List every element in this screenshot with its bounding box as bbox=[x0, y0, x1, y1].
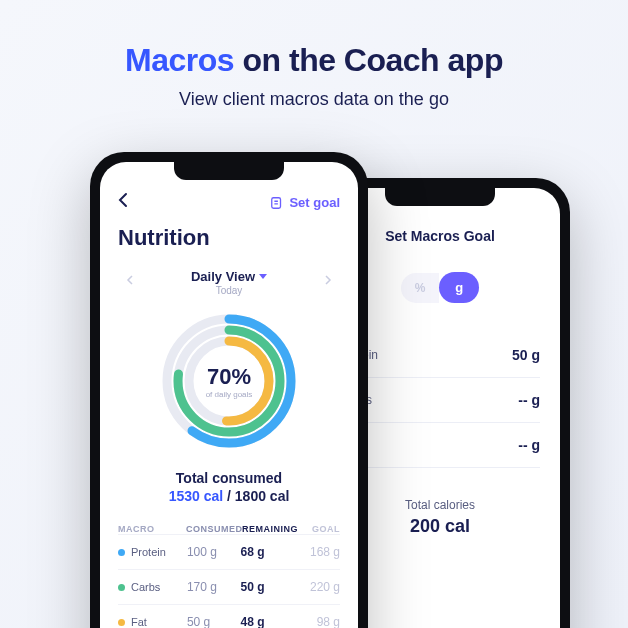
macro-name: Carbs bbox=[131, 581, 160, 593]
cell-consumed: 50 g bbox=[187, 615, 241, 628]
table-row: Carbs 170 g 50 g 220 g bbox=[118, 569, 340, 604]
total-goal-value: 1800 cal bbox=[235, 488, 290, 504]
goal-value: -- g bbox=[518, 392, 540, 408]
cell-remaining: 68 g bbox=[240, 545, 299, 559]
cell-consumed: 100 g bbox=[187, 545, 241, 559]
dot-icon bbox=[118, 549, 125, 556]
goal-row-protein[interactable]: Protein 50 g bbox=[340, 333, 540, 378]
col-remaining: REMAINING bbox=[242, 524, 300, 534]
donut-percent: 70% bbox=[206, 364, 253, 390]
notch bbox=[385, 188, 495, 206]
cell-goal: 220 g bbox=[300, 580, 340, 594]
col-goal: GOAL bbox=[300, 524, 340, 534]
macro-name: Protein bbox=[131, 546, 166, 558]
cell-goal: 168 g bbox=[300, 545, 340, 559]
page-title: Nutrition bbox=[118, 225, 340, 251]
set-goal-button[interactable]: Set goal bbox=[270, 195, 340, 210]
hero: Macros on the Coach app View client macr… bbox=[0, 0, 628, 110]
col-macro: MACRO bbox=[118, 524, 186, 534]
dot-icon bbox=[118, 584, 125, 591]
dot-icon bbox=[118, 619, 125, 626]
triangle-down-icon bbox=[259, 274, 267, 279]
next-arrow[interactable] bbox=[316, 274, 340, 289]
total-consumed-value: 1530 cal bbox=[169, 488, 224, 504]
svg-rect-0 bbox=[272, 197, 281, 208]
notch bbox=[174, 162, 284, 180]
hero-subtitle: View client macros data on the go bbox=[0, 89, 628, 110]
total-sep: / bbox=[223, 488, 235, 504]
table-header: MACRO CONSUMED REMAINING GOAL bbox=[118, 524, 340, 534]
goal-total-value: 200 cal bbox=[340, 516, 540, 537]
set-macros-title: Set Macros Goal bbox=[340, 228, 540, 244]
total-label: Total consumed bbox=[118, 470, 340, 486]
toggle-grams[interactable]: g bbox=[439, 272, 479, 303]
goal-total-label: Total calories bbox=[340, 498, 540, 512]
set-goal-label: Set goal bbox=[289, 195, 340, 210]
goal-total: Total calories 200 cal bbox=[340, 498, 540, 537]
prev-arrow[interactable] bbox=[118, 274, 142, 289]
note-icon bbox=[270, 196, 284, 210]
goal-row-fat[interactable]: Fat -- g bbox=[340, 423, 540, 468]
donut-chart: 70% of daily goals bbox=[118, 306, 340, 456]
cell-remaining: 48 g bbox=[240, 615, 299, 628]
toggle-percent[interactable]: % bbox=[401, 273, 440, 303]
view-center[interactable]: Daily View Today bbox=[191, 267, 267, 296]
phone-front-screen: Set goal Nutrition Daily View Today bbox=[100, 162, 358, 628]
chevron-left-icon bbox=[126, 274, 134, 286]
donut-label: of daily goals bbox=[206, 390, 253, 399]
macro-name: Fat bbox=[131, 616, 147, 628]
hero-title-accent: Macros bbox=[125, 42, 234, 78]
back-button[interactable] bbox=[118, 192, 128, 213]
view-today: Today bbox=[191, 285, 267, 296]
goal-value: -- g bbox=[518, 437, 540, 453]
goal-row-carbs[interactable]: Carbs -- g bbox=[340, 378, 540, 423]
chevron-left-icon bbox=[118, 192, 128, 208]
view-selector: Daily View Today bbox=[118, 267, 340, 296]
table-row: Fat 50 g 48 g 98 g bbox=[118, 604, 340, 628]
cell-goal: 98 g bbox=[300, 615, 340, 628]
col-consumed: CONSUMED bbox=[186, 524, 242, 534]
hero-title-rest: on the Coach app bbox=[234, 42, 503, 78]
phone-front: Set goal Nutrition Daily View Today bbox=[90, 152, 368, 628]
view-label: Daily View bbox=[191, 269, 267, 284]
chevron-right-icon bbox=[324, 274, 332, 286]
cell-consumed: 170 g bbox=[187, 580, 241, 594]
cell-remaining: 50 g bbox=[240, 580, 299, 594]
topbar: Set goal bbox=[118, 192, 340, 213]
unit-toggle[interactable]: % g bbox=[340, 272, 540, 303]
donut-center: 70% of daily goals bbox=[206, 364, 253, 399]
total-consumed-block: Total consumed 1530 cal / 1800 cal bbox=[118, 470, 340, 504]
goal-value: 50 g bbox=[512, 347, 540, 363]
table-row: Protein 100 g 68 g 168 g bbox=[118, 534, 340, 569]
hero-title: Macros on the Coach app bbox=[0, 42, 628, 79]
